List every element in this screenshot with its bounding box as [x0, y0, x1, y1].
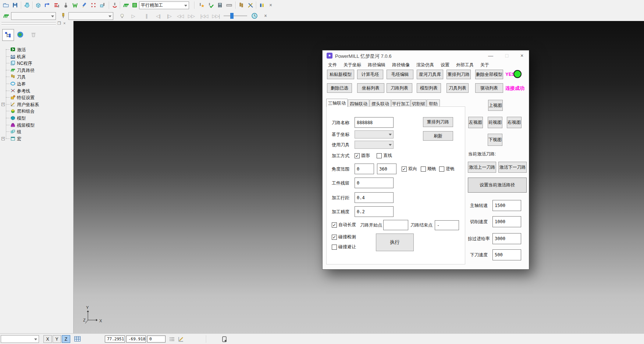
stepover-input[interactable]: 0.4	[355, 192, 394, 203]
go-end-icon[interactable]: ▷▷|	[211, 12, 221, 20]
strategy-list-icon[interactable]	[131, 1, 138, 9]
tab-explorer-tree[interactable]	[2, 29, 14, 41]
step-forward-icon[interactable]: |▷	[166, 12, 173, 20]
tree-expander[interactable]: +	[1, 103, 5, 106]
open-file-icon[interactable]	[2, 1, 10, 9]
angle-end-input[interactable]: 360	[377, 164, 396, 174]
menu-settings[interactable]: 设置	[437, 62, 453, 68]
rearrange-toolpath-button-2[interactable]: 重排列刀路	[423, 117, 453, 127]
tab-3axis[interactable]: 三轴联动	[326, 99, 348, 107]
tree-item-tool[interactable]: 刀具	[0, 73, 73, 80]
coord-list-button[interactable]: 坐标列表	[357, 83, 384, 93]
angle-start-input[interactable]: 0	[355, 164, 374, 174]
tab-4axis[interactable]: 四轴联动	[348, 99, 369, 107]
cylinders-icon[interactable]	[258, 1, 266, 9]
end-point-input[interactable]: -	[435, 220, 459, 230]
tolerance-input[interactable]: 0.2	[355, 206, 394, 217]
view-top-button[interactable]: 上视图	[488, 100, 503, 111]
panel-grip[interactable]	[1, 22, 56, 24]
climb-mill-checkbox[interactable]: 顺铣	[421, 166, 436, 172]
menu-path-mirror[interactable]: 路径镜像	[389, 62, 413, 68]
menu-external-tools[interactable]: 外部工具	[453, 62, 477, 68]
toolbar-close-icon[interactable]: ×	[267, 1, 274, 9]
collision-avoid-checkbox[interactable]: 碰撞避让	[332, 244, 356, 250]
model-list-button[interactable]: 模型列表	[417, 83, 441, 93]
tab-swivel-head[interactable]: 摆头联动	[370, 99, 391, 107]
tree-item-model[interactable]: 模型	[0, 115, 73, 121]
workplane-edit-icon[interactable]	[177, 336, 185, 343]
tree-item-machine[interactable]: 机床	[0, 53, 73, 60]
tab-explorer-trash[interactable]	[28, 29, 39, 40]
view-left-button[interactable]: 左视图	[468, 117, 483, 128]
toolpath-select-combobox[interactable]	[11, 12, 56, 20]
tree-item-workplane[interactable]: +用户坐标系	[0, 101, 73, 108]
tool-pair-icon[interactable]	[238, 1, 245, 9]
menu-path-edit[interactable]: 路径编辑	[364, 62, 389, 68]
calculator-icon[interactable]	[216, 1, 224, 9]
execute-button[interactable]: 执行	[376, 234, 414, 251]
panel-grip[interactable]	[1, 24, 56, 26]
view-right-button[interactable]: 右视图	[507, 117, 522, 128]
skim-feed-input[interactable]: 3000	[492, 233, 521, 244]
minimize-button[interactable]: —	[485, 52, 496, 60]
create-block-icon[interactable]	[35, 1, 42, 9]
plane-select-combobox[interactable]	[1, 335, 39, 343]
save-icon[interactable]	[11, 1, 19, 9]
tree-expander[interactable]: +	[1, 137, 5, 140]
menu-about[interactable]: 关于	[477, 62, 492, 68]
tab-parallel[interactable]: 平行加工	[391, 99, 410, 107]
coordinate-z-input[interactable]: 0	[147, 336, 166, 343]
tool-library-button[interactable]: 星河刀具库	[417, 70, 443, 79]
activate-prev-button[interactable]: 激活上一刀路	[468, 162, 496, 173]
tool-list-button[interactable]: 刀具列表	[446, 83, 469, 93]
tree-item-macro[interactable]: +宏	[0, 135, 73, 142]
maximize-button[interactable]: □	[501, 52, 512, 60]
tree-item-group[interactable]: 组	[0, 128, 73, 135]
toolpath-strategy-icon[interactable]	[44, 1, 51, 9]
delete-selected-button[interactable]: 删除已选	[327, 83, 352, 93]
start-point-input[interactable]	[383, 220, 408, 230]
toolpath-name-input[interactable]: 888888	[355, 117, 394, 128]
auto-length-checkbox[interactable]: 自动长度	[332, 222, 356, 228]
toolpath-favorite-icon[interactable]	[198, 1, 205, 9]
step-back-icon[interactable]: ◁|	[154, 12, 162, 20]
tree-item-levels[interactable]: 层和组合	[0, 108, 73, 114]
set-active-path-button[interactable]: 设置当前激活路径	[468, 178, 527, 193]
use-tool-combobox[interactable]	[355, 141, 394, 149]
feature-block-icon[interactable]	[99, 1, 106, 9]
speed-slider-handle[interactable]	[230, 13, 234, 19]
toolbar-close-icon[interactable]: ×	[262, 12, 269, 20]
tab-help[interactable]: 帮助	[427, 99, 440, 107]
nc-program-edit-icon[interactable]	[53, 1, 60, 9]
bidirectional-checkbox[interactable]: 双向	[402, 166, 417, 172]
axis-y-button[interactable]: Y	[53, 335, 61, 343]
tool-verify-icon[interactable]	[207, 1, 214, 9]
strategy-combobox[interactable]: 平行精加工	[139, 1, 189, 9]
light-icon[interactable]	[118, 12, 126, 20]
collision-check-checkbox[interactable]: 碰撞检测	[332, 234, 356, 240]
toolpath-spring-icon[interactable]	[122, 1, 129, 9]
tree-item-toolpath[interactable]: 刀具路径	[0, 67, 73, 73]
rewind-icon[interactable]: ◁◁	[177, 12, 184, 20]
calc-stock-button[interactable]: 计算毛坯	[357, 70, 383, 79]
list-options-icon[interactable]	[168, 336, 176, 343]
activate-next-button[interactable]: 激活下一刀路	[498, 162, 527, 173]
pause-icon[interactable]: ∥	[143, 12, 150, 20]
tree-item-activate[interactable]: 激活	[0, 46, 73, 53]
toolpath-list-button[interactable]: 刀路列表	[387, 83, 412, 93]
tool-arc-icon[interactable]	[111, 1, 118, 9]
measure-icon[interactable]	[225, 1, 233, 9]
view-front-button[interactable]: 前视图	[488, 117, 502, 128]
menu-render-sim[interactable]: 渲染仿真	[413, 62, 437, 68]
speed-slider-track[interactable]	[224, 15, 247, 16]
cutting-speed-input[interactable]: 1000	[492, 216, 521, 227]
stock-edit-button[interactable]: 毛坯编辑	[387, 70, 413, 79]
tree-item-boundary[interactable]: 边界	[0, 80, 73, 87]
boolean-icon[interactable]	[24, 1, 31, 9]
mode-line-checkbox[interactable]: 直线	[377, 152, 392, 159]
tool-swap-icon[interactable]	[247, 1, 254, 9]
points-icon[interactable]	[90, 1, 97, 9]
coord-base-combobox[interactable]	[355, 130, 394, 138]
stock-remain-input[interactable]: 0	[355, 178, 394, 188]
tree-item-pattern[interactable]: 参考线	[0, 87, 73, 94]
